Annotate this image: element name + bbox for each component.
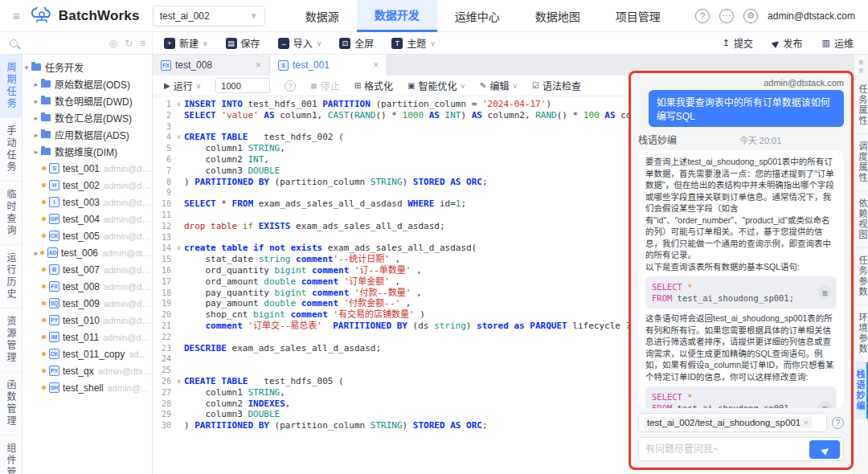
close-icon[interactable]: × xyxy=(256,59,261,71)
caret-right-icon[interactable]: ▸ xyxy=(32,148,40,156)
tree-root[interactable]: ▾ 任务开发 xyxy=(23,59,152,76)
right-tab-栈语妙编[interactable]: 栈语妙编 xyxy=(854,362,868,419)
tree-folder[interactable]: ▸应用数据层(ADS) xyxy=(23,126,152,143)
tree-file-test_004[interactable]: GPtest_004admin@dtstack.c... xyxy=(23,210,152,227)
fold-gutter xyxy=(174,353,184,365)
tree-file-test_003[interactable]: Itest_003admin@dtstack.c... xyxy=(23,194,152,210)
right-tab-任务参数[interactable]: 任务参数 xyxy=(854,248,868,305)
nav-item-数据地图[interactable]: 数据地图 xyxy=(518,0,598,32)
run-button[interactable]: ▶运行∨ xyxy=(164,79,201,92)
send-button[interactable]: ▶ xyxy=(809,440,840,459)
caret-right-icon[interactable]: ▸ xyxy=(32,114,40,122)
code-token: AS xyxy=(600,110,621,121)
right-tab-调度属性[interactable]: 调度属性 xyxy=(854,134,868,191)
submit-button[interactable]: ↥提交 xyxy=(723,36,753,50)
publish-button[interactable]: ▶发布 xyxy=(772,36,802,50)
remove-tag-icon[interactable]: × xyxy=(803,418,809,427)
tree-file-test_010[interactable]: PYtest_010admin@dtstack.c... xyxy=(23,312,152,329)
tree-file-test_001[interactable]: Stest_001admin@dtstack.c... xyxy=(23,160,152,177)
sql-token: test_ai_shoudong_sp001 xyxy=(672,403,788,408)
fullscreen-button[interactable]: ⊡全屏 xyxy=(339,36,374,50)
tree-file-test_011[interactable]: IMtest_011admin@dtstack.c... xyxy=(23,329,152,345)
rail-item-运行历史[interactable]: 运行历史 xyxy=(0,245,22,309)
tree-file-test_002[interactable]: Htest_002admin@dtstack.c... xyxy=(23,177,152,194)
syntax-check-button[interactable]: ☑语法检查 xyxy=(532,79,581,92)
close-icon[interactable]: × xyxy=(373,59,379,71)
rail-item-临时查询[interactable]: 临时查询 xyxy=(0,182,22,245)
tree-folder[interactable]: ▸数据维度(DIM) xyxy=(23,143,152,160)
tree-file-test_007[interactable]: Btest_007admin@dtstack.c... xyxy=(23,261,152,278)
list-icon[interactable]: ≡ xyxy=(140,38,145,49)
code-token: EXISTS xyxy=(259,221,296,231)
tab-test_001[interactable]: Stest_001× xyxy=(270,55,387,76)
fold-icon[interactable]: ∨ xyxy=(174,132,184,143)
rail-item-组件管理[interactable]: 组件管理 xyxy=(0,435,22,474)
help-icon[interactable]: ? xyxy=(695,9,710,23)
nav-item-数据源[interactable]: 数据源 xyxy=(288,0,357,32)
rail-item-手动任务[interactable]: 手动任务 xyxy=(0,118,22,182)
line-number: 10 xyxy=(153,198,174,210)
tree-file-test_005[interactable]: CKtest_005admin@dtstack.c... xyxy=(23,227,152,244)
fold-icon[interactable]: ∨ xyxy=(174,243,184,254)
locate-icon[interactable]: ◎ xyxy=(108,38,117,49)
fullscreen-button-icon: ⊡ xyxy=(339,38,350,49)
right-tab-任务属性[interactable]: 任务属性 xyxy=(854,77,868,134)
save-button[interactable]: ▤保存 xyxy=(226,36,260,50)
import-button[interactable]: →导入∨ xyxy=(278,36,322,50)
project-select[interactable]: test_ai_002 ▼ xyxy=(153,6,265,27)
file-type-icon: B xyxy=(49,264,59,275)
tree-folder[interactable]: ▸数仓汇总层(DWS) xyxy=(23,109,152,126)
nav-item-项目管理[interactable]: 项目管理 xyxy=(598,0,678,32)
tree-file-test_011_copy[interactable]: CKtest_011_copyadmin@dts... xyxy=(23,345,152,362)
smart-optimize-button[interactable]: ▣智能优化∨ xyxy=(407,79,465,92)
line-number: 8 xyxy=(153,177,174,188)
row-limit-input[interactable] xyxy=(215,78,270,93)
tab-test_008[interactable]: FXtest_008× xyxy=(153,55,270,76)
tree-file-test_shell[interactable]: SHtest_shelladmin@dtstack... xyxy=(23,379,152,396)
rail-item-label: 周期任务 xyxy=(4,62,18,110)
help-icon[interactable]: ? xyxy=(832,417,844,429)
refresh-icon[interactable]: ↻ xyxy=(125,38,133,49)
caret-right-icon[interactable]: ▸ xyxy=(32,80,40,88)
caret-right-icon[interactable]: ▸ xyxy=(32,249,40,257)
tree-file-test_006[interactable]: ▸ADtest_006admin@dtstack.c... xyxy=(23,244,152,261)
file-type-icon: FX xyxy=(161,60,171,71)
tree-folder[interactable]: ▸数仓明细层(DWD) xyxy=(23,92,152,109)
nav-item-运维中心[interactable]: 运维中心 xyxy=(437,0,518,32)
rail-item-周期任务[interactable]: 周期任务 xyxy=(0,55,22,118)
caret-right-icon[interactable]: ▸ xyxy=(32,97,40,105)
fold-icon[interactable]: ∨ xyxy=(174,99,184,110)
search-icon[interactable] xyxy=(10,39,18,47)
right-tab-依赖视图[interactable]: 依赖视图 xyxy=(854,191,868,248)
tree-file-test_009[interactable]: SQtest_009admin@dtstack.c... xyxy=(23,295,152,312)
limit-help-icon[interactable]: ? xyxy=(285,80,296,92)
chevron-down-icon: ∨ xyxy=(430,39,436,47)
tree-file-test_008[interactable]: FXtest_008admin@dtstack.c... xyxy=(23,278,152,295)
tree-toolbar-icons: ◎↻≡ xyxy=(108,38,145,49)
right-tab-环境参数[interactable]: 环境参数 xyxy=(854,305,868,362)
theme-button[interactable]: T主题∨ xyxy=(391,36,436,50)
chat-input[interactable] xyxy=(645,443,809,455)
message-icon[interactable]: ⋯ xyxy=(719,9,734,23)
edit-button[interactable]: ✎编辑∨ xyxy=(480,79,518,92)
new-button[interactable]: +新建∨ xyxy=(164,36,208,50)
tree-files: Stest_001admin@dtstack.c...Htest_002admi… xyxy=(23,160,152,396)
rail-item-资源管理[interactable]: 资源管理 xyxy=(0,309,22,372)
hamburger-menu-icon[interactable]: ≡ xyxy=(13,9,20,22)
nav-item-数据开发[interactable]: 数据开发 xyxy=(357,0,437,32)
line-number: 1 xyxy=(153,99,174,110)
fold-icon[interactable]: ∨ xyxy=(174,376,184,387)
context-tag-field[interactable]: test_ai_002/test_ai_shoudong_sp001× xyxy=(638,413,827,432)
tree-file-test_qx[interactable]: PYtest_qxadmin@dtstack.co... xyxy=(23,362,152,379)
caret-right-icon[interactable]: ▸ xyxy=(32,131,40,139)
caret-down-icon[interactable]: ▾ xyxy=(23,63,31,72)
insert-code-icon[interactable]: ⊞ xyxy=(818,402,832,409)
insert-code-icon[interactable]: ⊞ xyxy=(818,286,832,300)
rail-item-函数管理[interactable]: 函数管理 xyxy=(0,372,22,435)
ops-button[interactable]: ▥运维 xyxy=(822,36,854,50)
code-token: CREATE TABLE xyxy=(184,376,253,386)
format-button[interactable]: ⊞格式化 xyxy=(354,79,393,92)
panel-toggle-icon[interactable]: ≡≡ xyxy=(859,55,864,77)
settings-gear-icon[interactable]: ⚙ xyxy=(743,9,758,23)
tree-folder[interactable]: ▸原始数据层(ODS) xyxy=(23,76,152,92)
